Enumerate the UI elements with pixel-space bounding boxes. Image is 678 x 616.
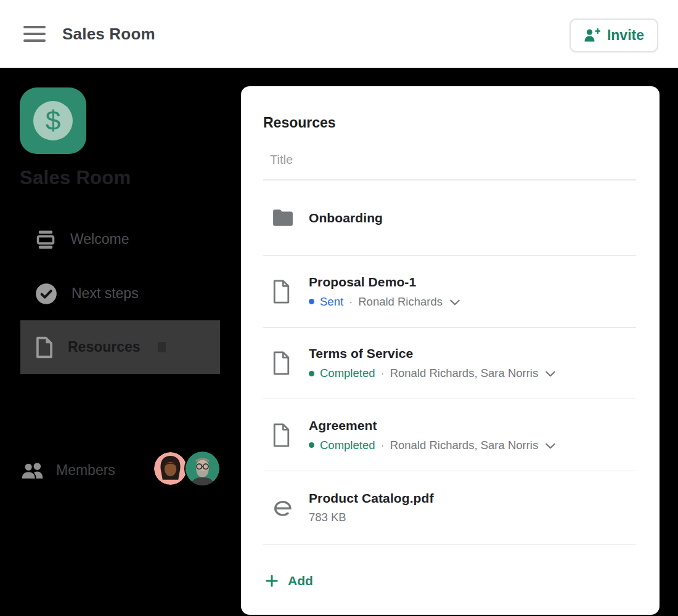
top-header: Sales Room Invite — [0, 0, 678, 68]
resource-title: Onboarding — [309, 211, 383, 225]
invite-label: Invite — [607, 27, 644, 44]
dot-separator: · — [349, 295, 353, 309]
resource-row-product-catalog[interactable]: Product Catalog.pdf 783 KB — [263, 471, 636, 545]
chevron-down-icon[interactable] — [545, 443, 555, 449]
document-icon — [35, 336, 54, 359]
sales-room-app-icon: $ — [20, 87, 86, 154]
dot-separator: · — [380, 367, 384, 380]
resource-row-terms[interactable]: Terms of Service Completed · Ronald Rich… — [263, 328, 636, 399]
file-size-label: 783 KB — [309, 511, 434, 524]
attachment-icon — [272, 496, 295, 519]
folder-icon — [272, 208, 294, 227]
status-label: Completed — [320, 439, 375, 452]
chevron-down-icon[interactable] — [545, 371, 555, 377]
resource-row-proposal[interactable]: Proposal Demo-1 Sent · Ronald Richards — [263, 256, 636, 328]
invite-button[interactable]: Invite — [570, 18, 658, 52]
sidebar-item-label: Next steps — [71, 285, 139, 302]
page-title: Sales Room — [62, 25, 155, 44]
sidebar-item-label: Resources — [68, 339, 141, 355]
typing-cursor — [158, 342, 166, 352]
recipients-label: Ronald Richards — [358, 295, 443, 309]
status-label: Sent — [320, 295, 343, 309]
recipients-label: Ronald Richards, Sara Norris — [390, 439, 539, 452]
sidebar-item-welcome[interactable]: Welcome — [20, 213, 220, 266]
plus-icon — [265, 574, 279, 588]
document-icon — [272, 423, 291, 448]
resource-title: Product Catalog.pdf — [309, 491, 434, 506]
document-icon — [272, 351, 291, 376]
sidebar-item-resources[interactable]: Resources — [20, 320, 220, 374]
resource-row-agreement[interactable]: Agreement Completed · Ronald Richards, S… — [263, 399, 636, 471]
sidebar-item-label: Welcome — [70, 231, 129, 248]
status-dot — [309, 442, 314, 448]
member-avatar-1[interactable] — [154, 452, 187, 485]
resource-row-onboarding[interactable]: Onboarding — [263, 180, 636, 256]
panel-title: Resources — [263, 86, 636, 131]
workspace-background: $ Sales Room Welcome Next steps Resource… — [0, 68, 678, 616]
menu-icon[interactable] — [23, 26, 46, 42]
resource-title: Terms of Service — [309, 346, 555, 361]
members-label: Members — [56, 462, 115, 479]
status-dot — [309, 299, 314, 304]
check-circle-icon — [35, 282, 58, 306]
sidebar-item-next-steps[interactable]: Next steps — [20, 267, 220, 320]
chevron-down-icon[interactable] — [450, 299, 460, 306]
document-icon — [272, 279, 291, 304]
dot-separator: · — [380, 439, 384, 452]
dollar-icon: $ — [33, 101, 73, 140]
avatar-man-image — [186, 452, 219, 485]
welcome-card-icon — [35, 229, 57, 251]
title-input[interactable] — [263, 140, 636, 180]
member-avatar-2[interactable] — [186, 452, 219, 485]
status-dot — [309, 371, 314, 376]
resources-panel: Resources Onboarding Proposal Demo — [241, 86, 660, 615]
resource-title: Agreement — [309, 418, 555, 433]
person-add-icon — [584, 28, 600, 43]
status-label: Completed — [320, 367, 375, 380]
recipients-label: Ronald Richards, Sara Norris — [390, 367, 539, 380]
room-title: Sales Room — [20, 167, 131, 189]
avatar-woman-image — [154, 452, 187, 485]
resource-title: Proposal Demo-1 — [309, 275, 460, 290]
add-resource-button[interactable]: Add — [263, 545, 636, 616]
add-label: Add — [288, 573, 313, 588]
members-icon — [20, 461, 45, 480]
